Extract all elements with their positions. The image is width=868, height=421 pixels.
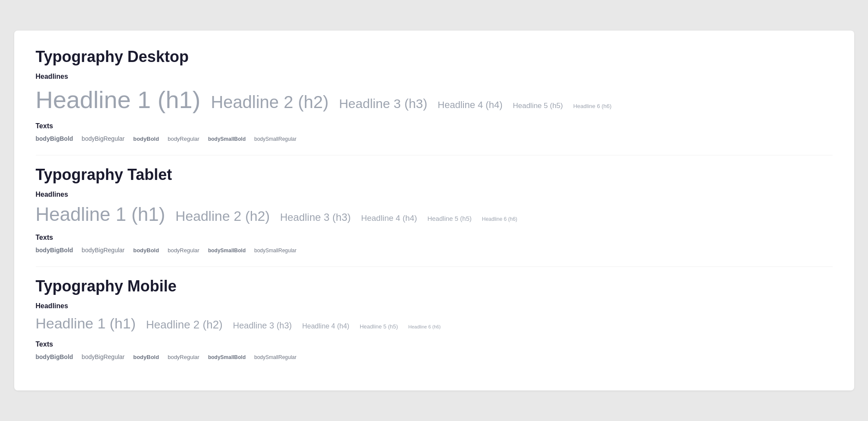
desktop-h5: Headline 5 (h5)	[513, 102, 563, 110]
mobile-body-bold: bodyBold	[133, 354, 159, 360]
mobile-body-big-regular: bodyBigRegular	[82, 353, 125, 360]
desktop-h6: Headline 6 (h6)	[573, 103, 612, 109]
mobile-body-small-bold: bodySmallBold	[208, 354, 246, 360]
tablet-h2: Headline 2 (h2)	[175, 208, 270, 224]
desktop-body-small-bold: bodySmallBold	[208, 136, 246, 142]
desktop-h3: Headline 3 (h3)	[339, 96, 427, 111]
tablet-texts-label: Texts	[36, 234, 833, 241]
tablet-h5: Headline 5 (h5)	[427, 215, 472, 222]
mobile-body-big-bold: bodyBigBold	[36, 353, 73, 360]
mobile-h1: Headline 1 (h1)	[36, 315, 136, 332]
tablet-body-regular: bodyRegular	[168, 247, 199, 254]
desktop-body-regular: bodyRegular	[168, 136, 199, 142]
tablet-h3: Headline 3 (h3)	[280, 211, 351, 223]
tablet-body-small-bold: bodySmallBold	[208, 248, 246, 254]
tablet-body-small-regular: bodySmallRegular	[254, 248, 296, 254]
divider-1	[36, 155, 833, 155]
desktop-texts-row: bodyBigBold bodyBigRegular bodyBold body…	[36, 135, 833, 142]
mobile-h4: Headline 4 (h4)	[302, 322, 349, 330]
mobile-h5: Headline 5 (h5)	[360, 323, 398, 330]
typography-desktop-section: Typography Desktop Headlines Headline 1 …	[36, 48, 833, 142]
tablet-h4: Headline 4 (h4)	[361, 214, 417, 223]
desktop-h1: Headline 1 (h1)	[36, 86, 201, 114]
tablet-body-big-bold: bodyBigBold	[36, 247, 73, 254]
mobile-texts-row: bodyBigBold bodyBigRegular bodyBold body…	[36, 353, 833, 360]
mobile-body-small-regular: bodySmallRegular	[254, 354, 296, 360]
tablet-headlines-label: Headlines	[36, 191, 833, 198]
desktop-section-title: Typography Desktop	[36, 48, 833, 66]
mobile-headlines-label: Headlines	[36, 302, 833, 310]
desktop-headlines-row: Headline 1 (h1) Headline 2 (h2) Headline…	[36, 86, 833, 114]
desktop-body-small-regular: bodySmallRegular	[254, 136, 296, 142]
tablet-section-title: Typography Tablet	[36, 166, 833, 184]
mobile-h2: Headline 2 (h2)	[146, 318, 223, 331]
mobile-section-title: Typography Mobile	[36, 277, 833, 295]
tablet-h1: Headline 1 (h1)	[36, 204, 165, 225]
tablet-headlines-row: Headline 1 (h1) Headline 2 (h2) Headline…	[36, 204, 833, 225]
desktop-body-bold: bodyBold	[133, 136, 159, 142]
tablet-h6: Headline 6 (h6)	[482, 216, 517, 222]
typography-tablet-section: Typography Tablet Headlines Headline 1 (…	[36, 166, 833, 254]
tablet-texts-row: bodyBigBold bodyBigRegular bodyBold body…	[36, 247, 833, 254]
tablet-body-bold: bodyBold	[133, 247, 159, 254]
desktop-body-big-regular: bodyBigRegular	[82, 135, 125, 142]
desktop-texts-label: Texts	[36, 122, 833, 130]
typography-mobile-section: Typography Mobile Headlines Headline 1 (…	[36, 277, 833, 360]
desktop-body-big-bold: bodyBigBold	[36, 135, 73, 142]
mobile-h6: Headline 6 (h6)	[408, 324, 441, 329]
desktop-h2: Headline 2 (h2)	[211, 93, 329, 112]
mobile-h3: Headline 3 (h3)	[233, 321, 292, 331]
desktop-h4: Headline 4 (h4)	[438, 99, 502, 111]
divider-2	[36, 266, 833, 267]
mobile-body-regular: bodyRegular	[168, 354, 199, 360]
mobile-headlines-row: Headline 1 (h1) Headline 2 (h2) Headline…	[36, 315, 833, 332]
mobile-texts-label: Texts	[36, 341, 833, 348]
main-card: Typography Desktop Headlines Headline 1 …	[14, 31, 854, 390]
tablet-body-big-regular: bodyBigRegular	[82, 247, 125, 254]
desktop-headlines-label: Headlines	[36, 73, 833, 80]
